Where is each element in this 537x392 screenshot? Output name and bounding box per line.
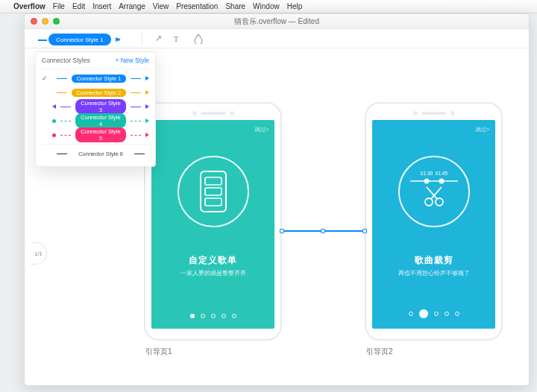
app-window: 猫音乐.overflow — Edited Connector Style 1 … (24, 13, 530, 386)
line-start-cap-icon (52, 104, 56, 109)
menu-insert[interactable]: Insert (92, 2, 111, 10)
text-tool-icon[interactable]: T (171, 34, 181, 44)
artboard-caption-left: 引导页1 (145, 347, 172, 357)
time-a: 01:30 (420, 171, 433, 176)
app-name[interactable]: Overflow (13, 2, 45, 10)
style-label: Connector Style 4 (75, 113, 126, 128)
playlist-icon (196, 170, 230, 213)
connector-handle-mid[interactable] (321, 229, 325, 233)
page-dot[interactable] (434, 312, 439, 316)
skip-button-left[interactable]: 跳过> (255, 126, 268, 133)
style-label: Connector Style 1 (72, 75, 126, 83)
connector-style-row[interactable]: Connector Style 5 (42, 128, 149, 142)
time-b: 01:45 (435, 171, 448, 176)
screen-title-right: 歌曲裁剪 (372, 254, 495, 267)
line-preview (131, 107, 141, 107)
page-dot[interactable] (222, 314, 226, 318)
connector-handle-start[interactable] (280, 229, 284, 233)
connector-style-row[interactable]: Connector Style 3 (42, 100, 149, 113)
screen-subtitle-right: 再也不用担心铃声不够拽了 (372, 269, 495, 277)
line-preview (131, 78, 141, 79)
page-dot[interactable] (419, 309, 428, 318)
page-dot[interactable] (455, 312, 459, 316)
window-titlebar[interactable]: 猫音乐.overflow — Edited (25, 14, 529, 29)
line-preview (57, 92, 67, 93)
style-label: Connector Style 6 (72, 150, 130, 158)
connector-style-row[interactable]: ✓Connector Style 1 (42, 72, 149, 85)
page-dots-left[interactable] (151, 314, 274, 318)
svg-point-8 (436, 198, 443, 206)
menu-presentation[interactable]: Presentation (176, 2, 218, 10)
connector-style-pill: Connector Style 1 (48, 34, 111, 45)
page-dot[interactable] (445, 312, 449, 316)
menu-arrange[interactable]: Arrange (119, 2, 145, 10)
phone-earpiece (373, 111, 494, 116)
hero-illustration-left (178, 156, 249, 227)
toolbar: Connector Style 1 ▾ ↗ T (25, 29, 529, 48)
screen-subtitle-left: 一家人要的就是整整齐齐 (151, 269, 274, 277)
line-end-cap-icon (145, 118, 149, 123)
color-tool-icon[interactable] (193, 34, 204, 44)
menu-window[interactable]: Window (253, 2, 280, 10)
svg-rect-1 (205, 177, 222, 185)
screen-right: 跳过> 01:30 01:45 歌曲裁剪 再也不用 (372, 120, 495, 329)
skip-button-right[interactable]: 跳过> (476, 126, 489, 133)
check-icon: ✓ (42, 75, 48, 82)
svg-point-6 (439, 179, 444, 184)
line-end-cap-icon (145, 133, 149, 137)
line-preview (57, 78, 67, 79)
connector-styles-title: Connector Styles (42, 57, 90, 64)
line-preview (60, 135, 71, 136)
menu-edit[interactable]: Edit (72, 2, 85, 10)
line-preview (134, 154, 145, 154)
page-indicator[interactable]: 1/1 (31, 242, 47, 265)
connector-style-row[interactable]: Connector Style 6 (42, 147, 149, 160)
line-end-cap-icon (145, 76, 149, 80)
window-title: 猫音乐.overflow — Edited (25, 16, 529, 27)
page-dot[interactable] (190, 314, 195, 318)
line-start-cap-icon (52, 119, 56, 123)
connector-style-label: Connector Style 1 (56, 37, 104, 43)
line-preview (60, 121, 71, 121)
connector-styles-panel: Connector Styles + New Style ✓Connector … (35, 51, 156, 167)
menu-help[interactable]: Help (287, 2, 303, 10)
toolbar-separator (142, 34, 142, 44)
menu-view[interactable]: View (153, 2, 169, 10)
page-dot[interactable] (201, 314, 205, 318)
svg-rect-2 (205, 188, 222, 195)
svg-rect-3 (205, 198, 222, 206)
menu-share[interactable]: Share (225, 2, 245, 10)
menu-file[interactable]: File (53, 2, 65, 10)
screen-left: 跳过> 自定义歌单 一家人要的就是整整齐齐 (151, 120, 274, 329)
line-preview (60, 107, 71, 107)
style-label: Connector Style 3 (75, 99, 126, 114)
line-preview (131, 92, 141, 93)
phone-earpiece (152, 111, 274, 116)
connector-style-row[interactable]: Connector Style 2 (42, 86, 149, 99)
line-preview (131, 135, 141, 136)
line-preview (131, 121, 141, 121)
connector-style-dropdown[interactable]: Connector Style 1 ▾ (48, 31, 121, 46)
line-start-cap-icon (52, 133, 56, 137)
page-dot[interactable] (232, 314, 236, 318)
page-dots-right[interactable] (372, 309, 495, 318)
connector-style-row[interactable]: Connector Style 4 (42, 114, 149, 127)
page-dot[interactable] (211, 314, 216, 318)
artboard-right[interactable]: 跳过> 01:30 01:45 歌曲裁剪 再也不用 (365, 102, 503, 341)
screen-title-left: 自定义歌单 (151, 254, 274, 267)
trim-icon: 01:30 01:45 (404, 169, 464, 214)
new-style-button[interactable]: + New Style (115, 57, 149, 64)
artboard-left[interactable]: 跳过> 自定义歌单 一家人要的就是整整齐齐 (144, 102, 282, 341)
artboard-caption-right: 引导页2 (366, 347, 393, 357)
style-label: Connector Style 5 (75, 127, 126, 142)
style-label: Connector Style 2 (72, 89, 126, 97)
connector-handle-end[interactable] (362, 229, 367, 233)
page-dot[interactable] (409, 312, 413, 316)
mac-menubar: Overflow File Edit Insert Arrange View P… (0, 0, 537, 13)
connector-tool-icon[interactable]: ↗ (153, 34, 163, 44)
svg-point-5 (424, 179, 429, 184)
line-end-cap-icon (145, 104, 149, 109)
hero-illustration-right: 01:30 01:45 (398, 156, 470, 227)
line-end-cap-icon (145, 90, 149, 95)
line-preview (57, 154, 67, 154)
